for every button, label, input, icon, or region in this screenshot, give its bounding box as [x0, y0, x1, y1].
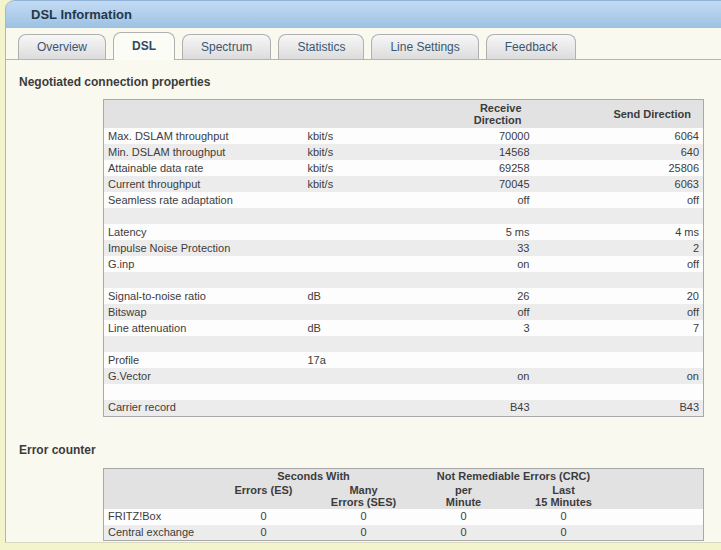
table-cell: Min. DSLAM throughput	[104, 144, 304, 160]
table-cell: 33	[429, 240, 534, 256]
table-cell: 0	[314, 525, 414, 541]
table-cell: off	[429, 304, 534, 320]
table-row: FRITZ!Box0000	[104, 509, 704, 525]
table-cell: 26	[429, 288, 534, 304]
table-cell: Current throughput	[104, 176, 304, 192]
page-title: DSL Information	[6, 1, 721, 28]
tab-bar: Overview DSL Spectrum Statistics Line Se…	[6, 33, 721, 60]
table-cell: 20	[534, 288, 704, 304]
table-row	[104, 272, 704, 288]
table-cell	[534, 208, 704, 224]
table-cell	[304, 304, 429, 320]
table-cell: dB	[304, 288, 429, 304]
table-cell	[304, 336, 429, 352]
table-cell: off	[429, 192, 534, 208]
table-row	[104, 384, 704, 400]
table-cell: 4 ms	[534, 224, 704, 240]
header-per-minute: perMinute	[414, 483, 514, 509]
table-row: Impulse Noise Protection332	[104, 240, 704, 256]
header-seconds-with: Seconds With	[214, 468, 414, 483]
table-cell: on	[534, 368, 704, 384]
table-cell: B43	[534, 400, 704, 416]
table-cell	[534, 352, 704, 368]
table-cell: kbit/s	[304, 128, 429, 144]
table-cell: Line attenuation	[104, 320, 304, 336]
table-row	[104, 336, 704, 352]
table-cell: 17a	[304, 352, 429, 368]
table-cell: Carrier record	[104, 400, 304, 416]
table-cell: 69258	[429, 160, 534, 176]
table-row: Latency5 ms4 ms	[104, 224, 704, 240]
table-cell: 3	[429, 320, 534, 336]
table-row: Seamless rate adaptationoffoff	[104, 192, 704, 208]
table-cell	[104, 272, 304, 288]
table-cell	[429, 208, 534, 224]
table-row: Bitswapoffoff	[104, 304, 704, 320]
table-row: Current throughputkbit/s700456063	[104, 176, 704, 192]
table-cell	[614, 525, 704, 541]
table-cell: Bitswap	[104, 304, 304, 320]
header-last-15-minutes: Last15 Minutes	[514, 483, 614, 509]
table-cell: 70000	[429, 128, 534, 144]
table-row: Carrier recordB43B43	[104, 400, 704, 416]
table-cell	[429, 272, 534, 288]
table-row: Max. DSLAM throughputkbit/s700006064	[104, 128, 704, 144]
table-cell	[104, 208, 304, 224]
table-cell: 0	[414, 509, 514, 525]
table-cell: kbit/s	[304, 144, 429, 160]
table-row: Central exchange0000	[104, 525, 704, 541]
table-cell: 2	[534, 240, 704, 256]
table-group-header-row: Seconds With Not Remediable Errors (CRC)	[104, 468, 704, 483]
table-cell: G.inp	[104, 256, 304, 272]
table-row: Attainable data ratekbit/s6925825806	[104, 160, 704, 176]
table-cell	[304, 368, 429, 384]
table-cell: Max. DSLAM throughput	[104, 128, 304, 144]
table-cell	[534, 384, 704, 400]
table-cell: 5 ms	[429, 224, 534, 240]
table-cell: dB	[304, 320, 429, 336]
table-cell: 0	[414, 525, 514, 541]
table-cell	[104, 336, 304, 352]
table-cell: G.Vector	[104, 368, 304, 384]
dsl-information-panel: DSL Information Overview DSL Spectrum St…	[5, 0, 721, 543]
table-cell	[534, 272, 704, 288]
tab-line-settings[interactable]: Line Settings	[371, 34, 478, 59]
table-cell: 14568	[429, 144, 534, 160]
table-header-row: Receive Direction Send Direction	[104, 100, 704, 129]
tab-statistics[interactable]: Statistics	[278, 34, 364, 59]
header-property	[104, 100, 304, 129]
tab-dsl[interactable]: DSL	[113, 32, 175, 60]
table-cell	[429, 384, 534, 400]
table-cell: off	[534, 256, 704, 272]
table-cell: off	[534, 192, 704, 208]
table-cell: 7	[534, 320, 704, 336]
error-counter-table: Seconds With Not Remediable Errors (CRC)…	[103, 468, 704, 542]
table-row: Min. DSLAM throughputkbit/s14568640	[104, 144, 704, 160]
table-cell: off	[534, 304, 704, 320]
table-cell	[534, 336, 704, 352]
table-cell	[104, 384, 304, 400]
table-cell: Impulse Noise Protection	[104, 240, 304, 256]
table-cell: kbit/s	[304, 176, 429, 192]
tab-feedback[interactable]: Feedback	[486, 34, 577, 59]
table-cell: Signal-to-noise ratio	[104, 288, 304, 304]
table-cell: 6063	[534, 176, 704, 192]
table-cell: 6064	[534, 128, 704, 144]
table-subheader-row: Errors (ES) ManyErrors (SES) perMinute L…	[104, 483, 704, 509]
table-cell: Latency	[104, 224, 304, 240]
tab-spectrum[interactable]: Spectrum	[182, 34, 271, 59]
tab-overview[interactable]: Overview	[18, 34, 106, 59]
header-many-errors-ses: ManyErrors (SES)	[314, 483, 414, 509]
table-cell: 25806	[534, 160, 704, 176]
table-cell: 0	[314, 509, 414, 525]
table-cell: on	[429, 368, 534, 384]
table-row: Profile17a	[104, 352, 704, 368]
table-cell: 0	[214, 525, 314, 541]
table-cell	[304, 400, 429, 416]
table-cell: kbit/s	[304, 160, 429, 176]
table-cell: Seamless rate adaptation	[104, 192, 304, 208]
table-cell: 640	[534, 144, 704, 160]
table-cell: Attainable data rate	[104, 160, 304, 176]
table-cell	[304, 240, 429, 256]
table-cell	[614, 509, 704, 525]
